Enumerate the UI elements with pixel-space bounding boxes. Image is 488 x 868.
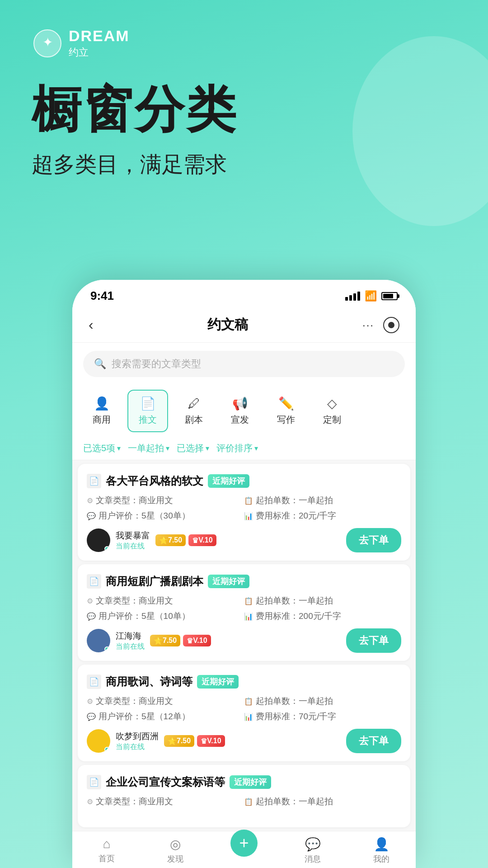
signal-bars-icon: [345, 292, 360, 301]
back-button[interactable]: ‹: [89, 316, 94, 333]
level-gold-badge-2: ⭐7.50: [150, 635, 180, 646]
service-card-4: 📄 企业公司宣传文案标语等 近期好评 ⚙ 文章类型：商业用文 📋 起拍单数：一单…: [78, 765, 410, 827]
level-gold-badge-3: ⭐7.50: [164, 735, 194, 747]
tab-dingzhi[interactable]: ◇ 定制: [312, 390, 352, 432]
add-button[interactable]: +: [230, 830, 258, 857]
card-title-1: 各大平台风格的软文: [106, 474, 203, 488]
nav-add[interactable]: +: [210, 837, 278, 864]
status-time: 9:41: [90, 289, 114, 303]
filter-sort[interactable]: 评价排序: [216, 442, 258, 454]
seller-info-3: 吹梦到西洲 当前在线 ⭐7.50 ♛V.10: [87, 729, 225, 753]
card-type-icon-2: 📄: [87, 574, 101, 589]
tab-tuiwen[interactable]: 📄 推文: [127, 390, 168, 432]
page-headline: 橱窗分类: [32, 82, 456, 137]
avatar-2: [87, 629, 110, 652]
add-icon: +: [239, 834, 249, 853]
meta-start-order-3: 📋 起拍单数：一单起拍: [244, 695, 401, 707]
card-meta-2: ⚙ 文章类型：商业用文 📋 起拍单数：一单起拍 💬 用户评价：5星（10单） 📊…: [87, 595, 401, 622]
service-card-2: 📄 商用短剧广播剧剧本 近期好评 ⚙ 文章类型：商业用文 📋 起拍单数：一单起拍…: [78, 564, 410, 661]
nav-discover[interactable]: ◎ 发现: [141, 837, 210, 864]
battery-icon: [381, 292, 398, 300]
meta-fee-1: 📊 费用标准：20元/千字: [244, 510, 401, 522]
tuiwen-icon: 📄: [140, 396, 156, 411]
meta-user-eval-3: 💬 用户评价：5星（12单）: [87, 711, 244, 722]
meta-article-type-3: ⚙ 文章类型：商业用文: [87, 695, 244, 707]
nav-actions: ···: [362, 317, 399, 333]
nav-home[interactable]: ⌂ 首页: [72, 837, 141, 864]
meta-article-type-2: ⚙ 文章类型：商业用文: [87, 595, 244, 607]
nav-profile-label: 我的: [373, 854, 389, 864]
order-button-2[interactable]: 去下单: [346, 628, 401, 653]
search-bar[interactable]: 🔍 搜索需要的文章类型: [83, 351, 405, 377]
tab-juben[interactable]: 🖊 剧本: [174, 390, 214, 432]
online-dot-3: [104, 747, 110, 752]
meta-user-eval-2: 💬 用户评价：5星（10单）: [87, 610, 244, 622]
meta-article-type-4: ⚙ 文章类型：商业用文: [87, 796, 244, 807]
seller-info-1: 我要暴富 当前在线 ⭐7.50 ♛V.10: [87, 528, 216, 552]
service-card-1: 📄 各大平台风格的软文 近期好评 ⚙ 文章类型：商业用文 📋 起拍单数：一单起拍…: [78, 464, 410, 561]
nav-profile[interactable]: 👤 我的: [347, 837, 416, 864]
card-title-2: 商用短剧广播剧剧本: [106, 574, 203, 589]
logo-title: DREAM: [69, 27, 130, 45]
filter-selected[interactable]: 已选5项: [83, 442, 121, 454]
card-title-3: 商用歌词、诗词等: [106, 675, 192, 689]
category-tabs: 👤 商用 📄 推文 🖊 剧本 📢 宣发 ✏️ 写作 ◇ 定制: [72, 385, 416, 437]
status-icons: 📶: [345, 290, 398, 302]
order-button-1[interactable]: 去下单: [346, 528, 401, 552]
meta-fee-2: 📊 费用标准：200元/千字: [244, 610, 401, 622]
level-red-badge-2: ♛V.10: [183, 635, 211, 646]
content-list: 📄 各大平台风格的软文 近期好评 ⚙ 文章类型：商业用文 📋 起拍单数：一单起拍…: [72, 460, 416, 831]
message-icon: 💬: [305, 837, 321, 852]
card-badge-4: 近期好评: [230, 775, 271, 789]
search-input[interactable]: 搜索需要的文章类型: [112, 357, 201, 371]
profile-icon: 👤: [374, 837, 389, 852]
phone-frame: 9:41 📶 ‹ 约文稿 ···: [72, 280, 416, 868]
level-gold-badge-1: ⭐7.50: [155, 534, 186, 546]
online-status-3: 当前在线: [116, 742, 159, 752]
page-desc: 超多类目，满足需求: [32, 150, 456, 179]
online-status-1: 当前在线: [116, 542, 150, 551]
more-button[interactable]: ···: [362, 319, 374, 331]
order-button-3[interactable]: 去下单: [346, 729, 401, 753]
meta-start-order-2: 📋 起拍单数：一单起拍: [244, 595, 401, 607]
seller-badges-2: ⭐7.50 ♛V.10: [150, 635, 211, 646]
filter-price[interactable]: 一单起拍: [128, 442, 169, 454]
discover-icon: ◎: [170, 837, 181, 852]
tab-xiezuo[interactable]: ✏️ 写作: [266, 390, 306, 432]
filter-chosen[interactable]: 已选择: [177, 442, 209, 454]
nav-bar: ‹ 约文稿 ···: [72, 307, 416, 343]
home-icon: ⌂: [103, 837, 111, 851]
card-footer-2: 江海海 当前在线 ⭐7.50 ♛V.10 去下单: [87, 628, 401, 653]
seller-info-2: 江海海 当前在线 ⭐7.50 ♛V.10: [87, 629, 211, 652]
juben-icon: 🖊: [188, 396, 200, 411]
xuanfa-icon: 📢: [232, 396, 248, 411]
shangye-icon: 👤: [94, 396, 110, 411]
phone-wrapper: 9:41 📶 ‹ 约文稿 ···: [72, 280, 416, 868]
seller-name-3: 吹梦到西洲: [116, 731, 159, 742]
meta-user-eval-1: 💬 用户评价：5星（30单）: [87, 510, 244, 522]
card-footer-3: 吹梦到西洲 当前在线 ⭐7.50 ♛V.10 去下单: [87, 729, 401, 753]
nav-message[interactable]: 💬 消息: [278, 837, 347, 864]
card-type-icon-1: 📄: [87, 474, 101, 488]
tab-shangye-label: 商用: [93, 414, 111, 426]
tab-dingzhi-label: 定制: [323, 414, 341, 426]
record-button[interactable]: [383, 317, 399, 333]
level-red-badge-3: ♛V.10: [197, 735, 225, 747]
logo-text: DREAM 约立: [69, 27, 130, 59]
seller-name-row-1: 我要暴富 当前在线: [116, 530, 150, 551]
card-footer-1: 我要暴富 当前在线 ⭐7.50 ♛V.10 去下单: [87, 528, 401, 552]
meta-start-order-4: 📋 起拍单数：一单起拍: [244, 796, 401, 807]
filter-row: 已选5项 一单起拍 已选择 评价排序: [72, 437, 416, 460]
seller-name-row-2: 江海海 当前在线: [116, 630, 145, 651]
tab-shangye[interactable]: 👤 商用: [81, 390, 122, 432]
card-badge-2: 近期好评: [208, 575, 249, 588]
avatar-1: [87, 528, 110, 552]
tab-xuanfa[interactable]: 📢 宣发: [220, 390, 260, 432]
seller-name-row-3: 吹梦到西洲 当前在线: [116, 731, 159, 752]
nav-discover-label: 发现: [167, 854, 183, 864]
card-badge-3: 近期好评: [197, 675, 239, 689]
nav-home-label: 首页: [99, 853, 115, 864]
meta-start-order-1: 📋 起拍单数：一单起拍: [244, 495, 401, 506]
tab-xuanfa-label: 宣发: [231, 414, 249, 426]
meta-fee-3: 📊 费用标准：70元/千字: [244, 711, 401, 722]
